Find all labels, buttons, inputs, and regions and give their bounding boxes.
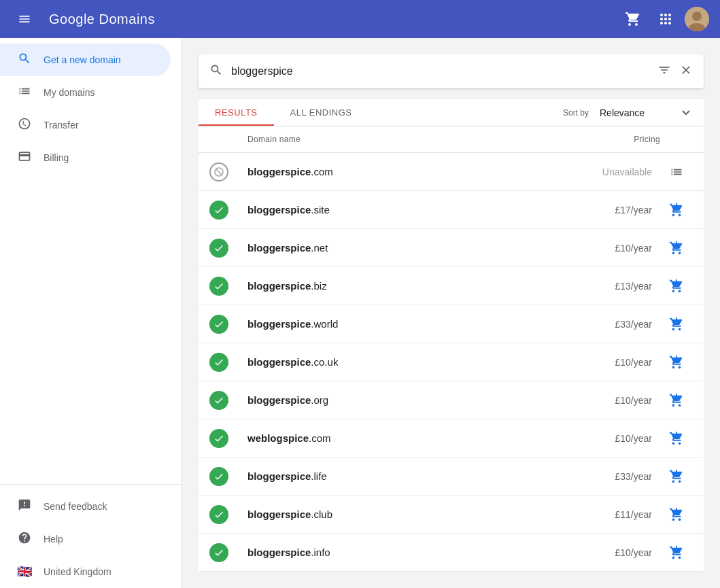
add-to-cart-icon[interactable] xyxy=(664,274,689,298)
add-to-cart-icon[interactable] xyxy=(664,388,689,413)
price: £10/year xyxy=(551,547,660,558)
available-icon xyxy=(209,429,228,448)
status-icon xyxy=(209,162,247,181)
status-icon xyxy=(209,353,247,372)
available-icon xyxy=(209,467,228,486)
price: £10/year xyxy=(551,357,660,368)
clear-search-icon[interactable] xyxy=(679,63,693,80)
search-bar-icon xyxy=(209,63,223,80)
unavailable-icon xyxy=(209,162,228,181)
sidebar-item-help-label: Help xyxy=(44,534,63,544)
sort-container: Sort by Relevance Price (low to high) Pr… xyxy=(563,105,704,121)
price: Unavailable xyxy=(551,167,660,177)
available-icon xyxy=(209,543,228,562)
sidebar-item-my-domains[interactable]: My domains xyxy=(0,76,171,109)
action-btn[interactable] xyxy=(660,426,693,451)
sidebar-item-united-kingdom-label: United Kingdom xyxy=(44,566,112,577)
domain-name: bloggerspice.co.uk xyxy=(247,356,551,368)
available-icon xyxy=(209,239,228,258)
domain-name: bloggerspice.org xyxy=(247,394,551,406)
action-btn[interactable] xyxy=(660,274,693,298)
avatar[interactable] xyxy=(685,7,709,31)
status-icon xyxy=(209,239,247,258)
add-to-cart-icon[interactable] xyxy=(664,198,689,222)
action-btn[interactable] xyxy=(660,350,693,375)
sort-select[interactable]: Relevance Price (low to high) Price (hig… xyxy=(594,105,693,121)
list-icon xyxy=(16,84,33,101)
action-btn[interactable] xyxy=(660,388,693,413)
header-domain: Domain name xyxy=(247,135,551,144)
filter-icon[interactable] xyxy=(657,63,671,80)
sidebar-item-help[interactable]: Help xyxy=(0,523,171,555)
apps-icon-btn[interactable] xyxy=(652,5,679,33)
sidebar-item-send-feedback[interactable]: Send feedback xyxy=(0,490,171,523)
action-btn[interactable] xyxy=(660,236,693,260)
header: Google Domains xyxy=(0,0,720,38)
sidebar-item-get-new-domain[interactable]: Get a new domain xyxy=(0,44,171,76)
available-icon xyxy=(209,315,228,334)
price: £11/year xyxy=(551,509,660,520)
add-to-cart-icon[interactable] xyxy=(664,350,689,375)
add-to-cart-icon[interactable] xyxy=(664,502,689,527)
available-icon xyxy=(209,353,228,372)
list-view-icon[interactable] xyxy=(664,160,689,184)
main-content: RESULTS ALL ENDINGS Sort by Relevance Pr… xyxy=(182,38,720,588)
action-btn[interactable] xyxy=(660,198,693,222)
add-to-cart-icon[interactable] xyxy=(664,464,689,489)
domain-name: bloggerspice.info xyxy=(247,547,551,558)
available-icon xyxy=(209,277,228,296)
action-btn[interactable] xyxy=(660,160,693,184)
domain-name: bloggerspice.site xyxy=(247,204,551,215)
tab-results[interactable]: RESULTS xyxy=(199,99,274,126)
sidebar-divider xyxy=(0,484,182,485)
status-icon xyxy=(209,467,247,486)
menu-icon[interactable] xyxy=(11,5,38,33)
price: £10/year xyxy=(551,243,660,254)
domain-name: bloggerspice.biz xyxy=(247,280,551,292)
help-icon xyxy=(16,531,33,548)
search-icon xyxy=(16,52,33,69)
table-row: bloggerspice.org £10/year xyxy=(199,381,704,419)
price: £10/year xyxy=(551,395,660,406)
sidebar: Get a new domain My domains Transfer xyxy=(0,38,182,588)
table-row: bloggerspice.net £10/year xyxy=(199,229,704,267)
table-row: bloggerspice.life £33/year xyxy=(199,457,704,496)
status-icon xyxy=(209,543,247,562)
action-btn[interactable] xyxy=(660,312,693,336)
sidebar-item-transfer[interactable]: Transfer xyxy=(0,109,171,141)
add-to-cart-icon[interactable] xyxy=(664,236,689,260)
billing-icon xyxy=(16,150,33,167)
sort-label: Sort by xyxy=(563,108,589,118)
add-to-cart-icon[interactable] xyxy=(664,426,689,451)
add-to-cart-icon[interactable] xyxy=(664,312,689,336)
action-btn[interactable] xyxy=(660,464,693,489)
flag-icon: 🇬🇧 xyxy=(16,564,33,579)
sidebar-item-united-kingdom[interactable]: 🇬🇧 United Kingdom xyxy=(0,555,171,588)
tab-all-endings[interactable]: ALL ENDINGS xyxy=(274,99,368,126)
table-row: bloggerspice.world £33/year xyxy=(199,305,704,343)
status-icon xyxy=(209,201,247,220)
table-row: bloggerspice.biz £13/year xyxy=(199,267,704,305)
sidebar-item-billing[interactable]: Billing xyxy=(0,141,171,174)
action-btn[interactable] xyxy=(660,502,693,527)
sidebar-item-send-feedback-label: Send feedback xyxy=(44,501,107,512)
results-table: Domain name Pricing bloggerspice.com Una… xyxy=(199,126,704,572)
domain-name: bloggerspice.world xyxy=(247,318,551,330)
sidebar-item-billing-label: Billing xyxy=(44,152,69,163)
available-icon xyxy=(209,505,228,524)
status-icon xyxy=(209,315,247,334)
table-row: bloggerspice.co.uk £10/year xyxy=(199,343,704,381)
transfer-icon xyxy=(16,117,33,134)
table-row: weblogspice.com £10/year xyxy=(199,419,704,457)
table-row: bloggerspice.info £10/year xyxy=(199,534,704,572)
search-input[interactable] xyxy=(231,65,649,77)
price: £33/year xyxy=(551,319,660,330)
feedback-icon xyxy=(16,498,33,515)
tabs: RESULTS ALL ENDINGS xyxy=(199,99,368,126)
table-header: Domain name Pricing xyxy=(199,126,704,153)
app-logo: Google Domains xyxy=(49,12,608,27)
price: £17/year xyxy=(551,205,660,215)
action-btn[interactable] xyxy=(660,540,693,565)
add-to-cart-icon[interactable] xyxy=(664,540,689,565)
cart-icon-btn[interactable] xyxy=(619,5,647,33)
